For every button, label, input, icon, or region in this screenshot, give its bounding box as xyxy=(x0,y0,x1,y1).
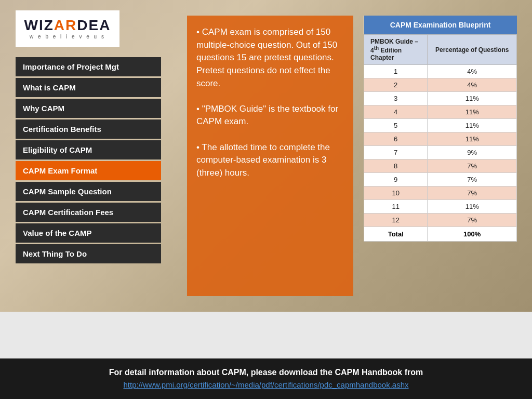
percent-cell: 11% xyxy=(428,132,517,146)
sidebar-item-next-thing[interactable]: Next Thing To Do xyxy=(16,244,161,263)
sidebar-item-sample-question[interactable]: CAPM Sample Question xyxy=(16,182,161,201)
sidebar-item-certification-benefits[interactable]: Certification Benefits xyxy=(16,119,161,139)
footer-text: For detail information about CAPM, pleas… xyxy=(21,368,511,377)
content-text: • CAPM exam is comprised of 150 multiple… xyxy=(196,26,344,180)
sidebar-item-what-is-capm[interactable]: What is CAPM xyxy=(16,78,161,97)
percent-cell: 11% xyxy=(428,119,517,132)
table-row: 79% xyxy=(364,146,517,159)
percent-cell: 4% xyxy=(428,65,517,78)
table-row: 97% xyxy=(364,173,517,187)
logo-box: WIZARDEA w e b e l i e v e u s xyxy=(16,10,119,47)
chapter-cell: 3 xyxy=(364,92,428,105)
table-row: 1111% xyxy=(364,200,517,214)
col1-header: PMBOK Guide –4th EditionChapter xyxy=(364,35,428,65)
main-content-box: • CAPM exam is comprised of 150 multiple… xyxy=(187,16,353,296)
total-value: 100% xyxy=(428,227,517,242)
table-row: 14% xyxy=(364,65,517,78)
sidebar: Importance of Project Mgt What is CAPM W… xyxy=(16,57,161,265)
sidebar-item-importance[interactable]: Importance of Project Mgt xyxy=(16,57,161,76)
table-row: 311% xyxy=(364,92,517,105)
percent-cell: 9% xyxy=(428,146,517,159)
chapter-cell: 11 xyxy=(364,200,428,214)
chapter-cell: 8 xyxy=(364,159,428,173)
footer-bar: For detail information about CAPM, pleas… xyxy=(0,358,532,399)
percent-cell: 7% xyxy=(428,187,517,200)
percent-cell: 4% xyxy=(428,78,517,92)
percent-cell: 11% xyxy=(428,105,517,119)
chapter-cell: 12 xyxy=(364,214,428,227)
table-row: 611% xyxy=(364,132,517,146)
table-row: 107% xyxy=(364,187,517,200)
sidebar-item-why-capm[interactable]: Why CAPM xyxy=(16,99,161,118)
logo: WIZARDEA xyxy=(24,18,111,33)
percent-cell: 7% xyxy=(428,159,517,173)
chapter-cell: 10 xyxy=(364,187,428,200)
percent-cell: 11% xyxy=(428,92,517,105)
table-row: 127% xyxy=(364,214,517,227)
chapter-cell: 9 xyxy=(364,173,428,187)
footer-link[interactable]: http://www.pmi.org/certification/~/media… xyxy=(123,380,408,389)
percent-cell: 7% xyxy=(428,214,517,227)
sidebar-item-value[interactable]: Value of the CAMP xyxy=(16,223,161,243)
chapter-cell: 6 xyxy=(364,132,428,146)
chapter-cell: 5 xyxy=(364,119,428,132)
chapter-cell: 2 xyxy=(364,78,428,92)
col2-header: Percentage of Questions xyxy=(428,35,517,65)
table-title: CAPM Examination Blueprint xyxy=(364,16,517,35)
sidebar-item-eligibility[interactable]: Eligibility of CAPM xyxy=(16,140,161,159)
table-row: 87% xyxy=(364,159,517,173)
table-row: 411% xyxy=(364,105,517,119)
table-row: 24% xyxy=(364,78,517,92)
chapter-cell: 1 xyxy=(364,65,428,78)
table-row: 511% xyxy=(364,119,517,132)
sidebar-item-fees[interactable]: CAPM Certification Fees xyxy=(16,203,161,222)
chapter-cell: 4 xyxy=(364,105,428,119)
sidebar-item-exam-format[interactable]: CAPM Exam Format xyxy=(16,161,161,180)
blueprint-table: CAPM Examination Blueprint PMBOK Guide –… xyxy=(364,16,517,242)
total-label: Total xyxy=(364,227,428,242)
chapter-cell: 7 xyxy=(364,146,428,159)
percent-cell: 11% xyxy=(428,200,517,214)
percent-cell: 7% xyxy=(428,173,517,187)
logo-tagline: w e b e l i e v e u s xyxy=(30,34,105,39)
